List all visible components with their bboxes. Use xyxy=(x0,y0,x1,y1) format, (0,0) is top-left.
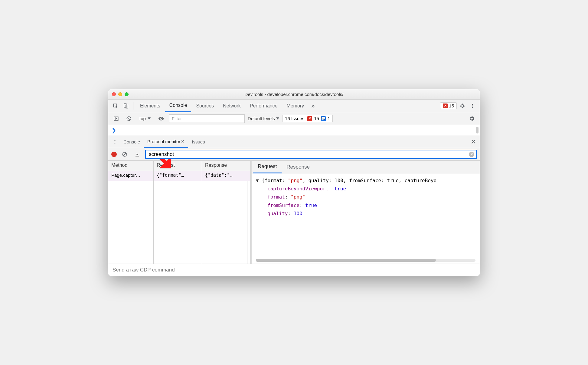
settings-gear-icon[interactable] xyxy=(457,101,467,111)
json-val: 100 xyxy=(294,211,302,216)
issues-msg-count: 1 xyxy=(328,116,330,121)
clear-filter-icon[interactable]: ✕ xyxy=(469,152,474,157)
json-summary-rest: , quality: 100, fromSurface: true, captu… xyxy=(302,178,436,183)
log-levels-selector[interactable]: Default levels xyxy=(248,116,279,121)
drawer-tab-label: Protocol monitor xyxy=(147,139,180,144)
device-toolbar-icon[interactable] xyxy=(121,101,131,111)
error-x-icon: ✕ xyxy=(307,116,312,121)
svg-point-3 xyxy=(472,104,473,105)
console-settings-gear-icon[interactable] xyxy=(467,114,477,123)
request-json-viewer[interactable]: ▼ {format: "png", quality: 100, fromSurf… xyxy=(252,173,480,264)
protocol-monitor-toolbar: ✕ xyxy=(108,148,480,161)
tab-network[interactable]: Network xyxy=(219,100,245,112)
horizontal-scrollbar[interactable] xyxy=(256,259,475,262)
save-download-icon[interactable] xyxy=(132,150,142,159)
levels-label: Default levels xyxy=(248,116,275,121)
drawer-kebab-icon[interactable] xyxy=(110,137,120,147)
col-request[interactable]: Request xyxy=(154,161,202,171)
context-selector[interactable]: top xyxy=(137,115,153,122)
clear-console-icon[interactable] xyxy=(124,114,134,123)
context-label: top xyxy=(139,116,146,121)
drawer-tab-protocol-monitor[interactable]: Protocol monitor ✕ xyxy=(144,136,188,148)
expand-triangle-icon[interactable]: ▼ xyxy=(256,178,262,183)
window-title: DevTools - developer.chrome.com/docs/dev… xyxy=(108,92,480,97)
tab-sources[interactable]: Sources xyxy=(192,100,218,112)
protocol-filter-input[interactable] xyxy=(149,151,473,157)
detail-tab-strip: Request Response xyxy=(252,161,480,173)
drawer-tab-issues[interactable]: Issues xyxy=(188,136,208,148)
json-key: format xyxy=(267,194,285,200)
drawer-tab-console[interactable]: Console xyxy=(120,136,144,148)
titlebar: DevTools - developer.chrome.com/docs/dev… xyxy=(108,89,480,100)
detail-tab-response[interactable]: Response xyxy=(282,161,315,173)
cdp-command-bar xyxy=(108,264,480,276)
cdp-command-input[interactable] xyxy=(113,267,475,273)
kebab-menu-icon[interactable] xyxy=(468,101,477,111)
toggle-sidebar-icon[interactable] xyxy=(111,114,121,123)
json-key: fromSurface xyxy=(267,202,299,208)
svg-point-4 xyxy=(472,105,473,106)
col-method[interactable]: Method xyxy=(108,161,154,171)
svg-point-9 xyxy=(115,141,116,142)
clear-log-icon[interactable] xyxy=(120,150,129,159)
json-key: captureBeyondViewport xyxy=(267,186,328,192)
close-drawer-icon[interactable]: ✕ xyxy=(471,138,476,146)
drawer-tab-strip: Console Protocol monitor ✕ Issues ✕ xyxy=(108,136,480,148)
json-val: "png" xyxy=(291,194,305,200)
error-x-icon: ✕ xyxy=(443,104,448,108)
main-tab-strip: Elements Console Sources Network Perform… xyxy=(108,100,480,112)
issues-error-count: 15 xyxy=(314,116,319,121)
devtools-window: DevTools - developer.chrome.com/docs/dev… xyxy=(108,89,480,276)
table-row[interactable]: Page.captur… {"format"… {"data":"… xyxy=(108,171,250,181)
protocol-monitor-body: Method Request Response Page.captur… {"f… xyxy=(108,161,480,264)
chevron-down-icon xyxy=(276,117,279,120)
divider xyxy=(133,102,133,110)
svg-point-5 xyxy=(472,107,473,108)
console-filter-input[interactable] xyxy=(169,114,245,123)
tab-console[interactable]: Console xyxy=(165,100,191,112)
cell-method: Page.captur… xyxy=(108,171,154,181)
svg-line-12 xyxy=(123,153,126,156)
svg-point-8 xyxy=(115,140,116,141)
close-tab-icon[interactable]: ✕ xyxy=(181,139,185,144)
error-count: 15 xyxy=(449,103,454,108)
svg-point-10 xyxy=(115,143,116,144)
cell-response: {"data":"… xyxy=(202,171,250,181)
scrollbar-thumb[interactable] xyxy=(476,127,479,133)
tab-performance[interactable]: Performance xyxy=(246,100,282,112)
scrollbar-thumb[interactable] xyxy=(256,259,436,262)
error-count-badge[interactable]: ✕ 15 xyxy=(440,102,457,109)
col-response[interactable]: Response xyxy=(202,161,250,171)
json-summary-prefix: {format: xyxy=(262,178,288,183)
detail-tab-request[interactable]: Request xyxy=(253,161,282,173)
chevron-down-icon xyxy=(148,117,151,120)
tabs-overflow-button[interactable]: » xyxy=(309,100,317,112)
protocol-filter-input-wrap: ✕ xyxy=(145,150,477,159)
issues-label: 16 Issues: xyxy=(285,116,305,121)
tab-memory[interactable]: Memory xyxy=(282,100,308,112)
console-toolbar: top Default levels 16 Issues: ✕ 15 💬 1 xyxy=(108,112,480,125)
json-val: true xyxy=(335,186,346,192)
inspect-element-icon[interactable] xyxy=(111,101,120,111)
prompt-chevron-icon: ❯ xyxy=(112,127,116,133)
table-empty-area xyxy=(108,181,250,264)
json-format-val: "png" xyxy=(288,178,302,183)
console-prompt[interactable]: ❯ xyxy=(108,125,480,136)
issues-counter[interactable]: 16 Issues: ✕ 15 💬 1 xyxy=(282,115,333,122)
message-icon: 💬 xyxy=(321,116,326,121)
table-header: Method Request Response xyxy=(108,161,250,171)
record-button[interactable] xyxy=(111,152,117,157)
json-val: true xyxy=(305,202,317,208)
json-key: quality xyxy=(267,211,288,216)
protocol-log-table: Method Request Response Page.captur… {"f… xyxy=(108,161,250,264)
cell-request: {"format"… xyxy=(154,171,202,181)
protocol-detail-pane: Request Response ▼ {format: "png", quali… xyxy=(250,161,480,264)
tab-elements[interactable]: Elements xyxy=(136,100,165,112)
live-expression-eye-icon[interactable] xyxy=(156,114,166,123)
